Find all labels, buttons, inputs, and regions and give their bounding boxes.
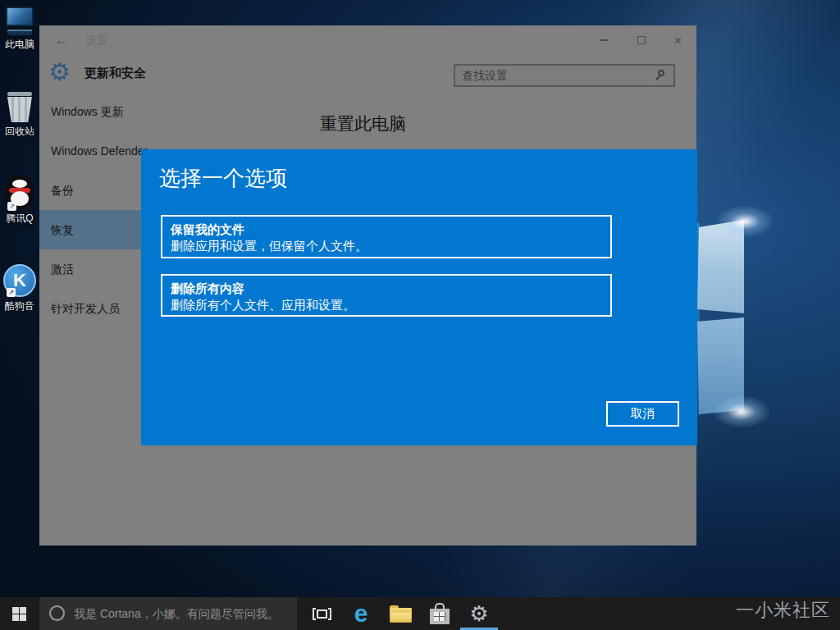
maximize-button[interactable] [623,25,660,55]
desktop-icon-label: 回收站 [0,125,39,139]
reset-options-dialog: 选择一个选项 保留我的文件 删除应用和设置，但保留个人文件。 删除所有内容 删除… [141,149,697,445]
xiaomi-community-watermark: 一小米社区 [736,598,830,623]
option-remove-everything[interactable]: 删除所有内容 删除所有个人文件、应用和设置。 [161,274,612,317]
option-description: 删除应用和设置，但保留个人文件。 [171,238,602,254]
reset-pc-heading: 重置此电脑 [320,112,406,135]
shortcut-arrow-icon: ↗ [7,288,16,297]
gear-icon: ⚙ [469,603,488,624]
task-view-button[interactable] [302,597,341,630]
file-explorer-taskbar-button[interactable] [381,597,420,630]
maximize-icon [637,36,646,44]
dialog-title: 选择一个选项 [159,164,287,193]
edge-icon: e [354,601,368,626]
page-title: 更新和安全 [84,66,146,81]
desktop-icon-this-pc[interactable]: 此电脑 [0,7,39,52]
this-pc-icon [0,7,39,35]
search-input[interactable] [455,66,652,85]
desktop-icon-label: 酷狗音 [0,299,39,313]
wallpaper-glow-top [715,205,774,238]
qq-penguin-icon: ↗ [6,175,34,209]
option-title: 删除所有内容 [171,281,602,297]
windows-logo-icon [12,607,26,621]
wallpaper-glow-bottom [712,395,771,428]
file-explorer-icon [390,605,412,623]
sidebar-item-windows-update[interactable]: Windows 更新 [39,92,249,131]
titlebar: ← 设置 × [39,25,696,55]
minimize-button[interactable] [586,25,623,55]
cancel-button[interactable]: 取消 [606,401,679,427]
option-description: 删除所有个人文件、应用和设置。 [171,297,602,313]
window-controls: × [586,25,696,55]
cortana-search-input[interactable] [74,597,291,630]
window-title: 设置 [85,25,108,55]
option-title: 保留我的文件 [171,221,602,238]
desktop-icon-label: 腾讯Q [0,212,39,226]
search-icon[interactable] [655,70,667,81]
desktop-icon-qq[interactable]: ↗ 腾讯Q [0,175,39,226]
desktop-icon-recycle-bin[interactable]: 回收站 [0,92,39,139]
edge-taskbar-button[interactable]: e [341,597,381,630]
close-icon: × [674,34,682,48]
taskbar: e ⚙ [0,597,840,630]
option-keep-my-files[interactable]: 保留我的文件 删除应用和设置，但保留个人文件。 [161,215,612,258]
settings-gear-icon: ⚙ [48,60,71,84]
close-button[interactable]: × [660,25,696,55]
settings-window: ← 设置 × ⚙ 更新和安全 Windows 更新 Windows Defend… [39,25,696,546]
task-view-icon [313,608,331,620]
wallpaper-window-panes [696,213,747,418]
settings-search-box [454,64,675,87]
settings-taskbar-button[interactable]: ⚙ [459,597,499,630]
start-button[interactable] [0,597,39,630]
desktop-icon-label: 此电脑 [0,38,39,52]
cortana-search-box[interactable] [39,597,297,630]
shortcut-arrow-icon: ↗ [7,202,16,211]
minimize-icon [600,39,609,41]
cortana-icon [49,605,65,621]
recycle-bin-icon [0,92,39,122]
kugou-icon: K ↗ [3,264,36,297]
store-icon [430,603,450,624]
desktop-icon-kugou[interactable]: K ↗ 酷狗音 [0,264,39,313]
back-button[interactable]: ← [51,30,72,51]
store-taskbar-button[interactable] [420,597,459,630]
